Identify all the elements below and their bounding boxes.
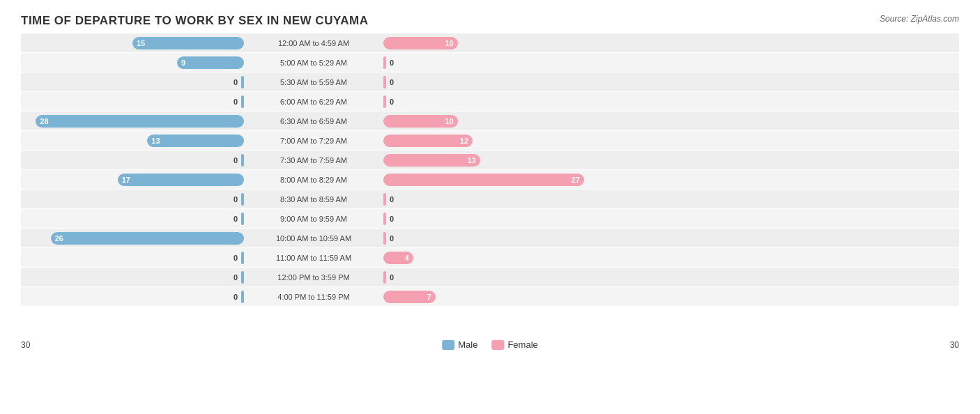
male-value-outside: 0: [233, 195, 241, 204]
time-label: 7:30 AM to 7:59 AM: [244, 156, 383, 164]
male-value-outside: 0: [233, 98, 241, 106]
female-bar-wrap: 4: [383, 252, 959, 264]
male-bar-wrap: 0: [21, 213, 244, 225]
female-bar-wrap: 0: [383, 95, 959, 108]
male-bar: 13: [147, 135, 244, 147]
chart-area: 15 12:00 AM to 4:59 AM 10 9 5:00 AM to 5…: [21, 33, 959, 350]
time-label: 12:00 AM to 4:59 AM: [244, 39, 383, 47]
table-row: 0 7:30 AM to 7:59 AM 13: [21, 151, 959, 169]
male-value-outside: 0: [233, 215, 241, 223]
male-bar-wrap: 13: [21, 135, 244, 147]
male-value-inside: 26: [51, 234, 63, 243]
table-row: 13 7:00 AM to 7:29 AM 12: [21, 131, 959, 150]
male-bar-wrap: 0: [21, 95, 244, 108]
chart-source: Source: ZipAtlas.com: [880, 14, 959, 24]
female-value-inside: 10: [445, 39, 457, 47]
time-label: 8:00 AM to 8:29 AM: [244, 176, 383, 184]
axis-left-label: 30: [21, 340, 30, 350]
time-label: 5:30 AM to 5:59 AM: [244, 78, 383, 86]
male-bar: [241, 193, 244, 206]
female-bar-wrap: 12: [383, 135, 959, 147]
female-bar: 13: [383, 154, 480, 167]
female-value-inside: 7: [427, 293, 436, 301]
time-label: 10:00 AM to 10:59 AM: [244, 234, 383, 243]
chart-container: TIME OF DEPARTURE TO WORK BY SEX IN NEW …: [0, 0, 980, 414]
table-row: 0 5:30 AM to 5:59 AM 0: [21, 72, 959, 91]
female-bar-wrap: 0: [383, 76, 959, 89]
male-value-outside: 0: [233, 293, 241, 301]
table-row: 0 6:00 AM to 6:29 AM 0: [21, 92, 959, 111]
legend-male: Male: [442, 339, 477, 350]
male-value-inside: 9: [177, 59, 185, 67]
male-bar-wrap: 0: [21, 193, 244, 206]
male-bar: [241, 154, 244, 167]
male-bar-wrap: 0: [21, 154, 244, 167]
chart-title: TIME OF DEPARTURE TO WORK BY SEX IN NEW …: [21, 14, 959, 28]
time-label: 11:00 AM to 11:59 AM: [244, 254, 383, 262]
female-value-outside: 0: [386, 98, 394, 106]
table-row: 26 10:00 AM to 10:59 AM 0: [21, 229, 959, 247]
table-row: 0 4:00 PM to 11:59 PM 7: [21, 287, 959, 306]
time-label: 6:30 AM to 6:59 AM: [244, 117, 383, 125]
female-value-outside: 0: [386, 59, 394, 67]
male-value-outside: 0: [233, 254, 241, 262]
legend: Male Female: [442, 339, 538, 350]
female-bar: 7: [383, 291, 436, 303]
time-label: 9:00 AM to 9:59 AM: [244, 215, 383, 223]
female-bar-wrap: 0: [383, 232, 959, 245]
female-bar-wrap: 27: [383, 174, 959, 186]
male-bar-wrap: 9: [21, 56, 244, 69]
male-bar: [241, 95, 244, 108]
female-bar-wrap: 13: [383, 154, 959, 167]
male-bar: [241, 271, 244, 284]
male-bar-wrap: 0: [21, 76, 244, 89]
female-value-outside: 0: [386, 215, 394, 223]
male-bar-wrap: 28: [21, 115, 244, 128]
male-value-outside: 0: [233, 78, 241, 86]
legend-male-label: Male: [458, 339, 477, 350]
female-value-outside: 0: [386, 78, 394, 86]
legend-female-box: [491, 340, 504, 350]
table-row: 0 12:00 PM to 3:59 PM 0: [21, 268, 959, 286]
female-bar: [383, 56, 386, 69]
female-bar: [383, 232, 386, 245]
legend-male-box: [442, 340, 454, 350]
female-bar: 10: [383, 115, 458, 128]
table-row: 15 12:00 AM to 4:59 AM 10: [21, 33, 959, 52]
female-bar: [383, 193, 386, 206]
male-bar-wrap: 26: [21, 232, 244, 245]
time-label: 6:00 AM to 6:29 AM: [244, 98, 383, 106]
axis-labels: 30 Male Female 30: [21, 340, 959, 350]
male-bar-wrap: 15: [21, 37, 244, 49]
male-bar: [241, 291, 244, 303]
female-bar: 10: [383, 37, 458, 49]
male-bar: [241, 213, 244, 225]
legend-female-label: Female: [507, 339, 537, 350]
female-bar-wrap: 7: [383, 291, 959, 303]
female-bar: [383, 271, 386, 284]
female-bar-wrap: 0: [383, 56, 959, 69]
female-value-inside: 10: [445, 117, 457, 125]
table-row: 28 6:30 AM to 6:59 AM 10: [21, 112, 959, 130]
female-bar-wrap: 0: [383, 271, 959, 284]
male-bar: 26: [51, 232, 244, 245]
female-value-outside: 0: [386, 273, 394, 282]
female-bar-wrap: 10: [383, 37, 959, 49]
female-bar: [383, 95, 386, 108]
rows-container: 15 12:00 AM to 4:59 AM 10 9 5:00 AM to 5…: [21, 33, 959, 329]
female-bar: 12: [383, 135, 473, 147]
female-bar: 27: [383, 174, 584, 186]
male-value-inside: 15: [132, 39, 145, 47]
table-row: 0 8:30 AM to 8:59 AM 0: [21, 190, 959, 208]
male-value-inside: 17: [118, 176, 130, 184]
time-label: 12:00 PM to 3:59 PM: [244, 273, 383, 282]
time-label: 8:30 AM to 8:59 AM: [244, 195, 383, 204]
male-value-inside: 28: [36, 117, 48, 125]
male-bar-wrap: 0: [21, 291, 244, 303]
table-row: 0 11:00 AM to 11:59 AM 4: [21, 248, 959, 267]
axis-right-label: 30: [950, 340, 959, 350]
female-value-outside: 0: [386, 195, 394, 204]
male-bar: 15: [132, 37, 244, 49]
legend-female: Female: [491, 339, 537, 350]
female-bar: 4: [383, 252, 413, 264]
